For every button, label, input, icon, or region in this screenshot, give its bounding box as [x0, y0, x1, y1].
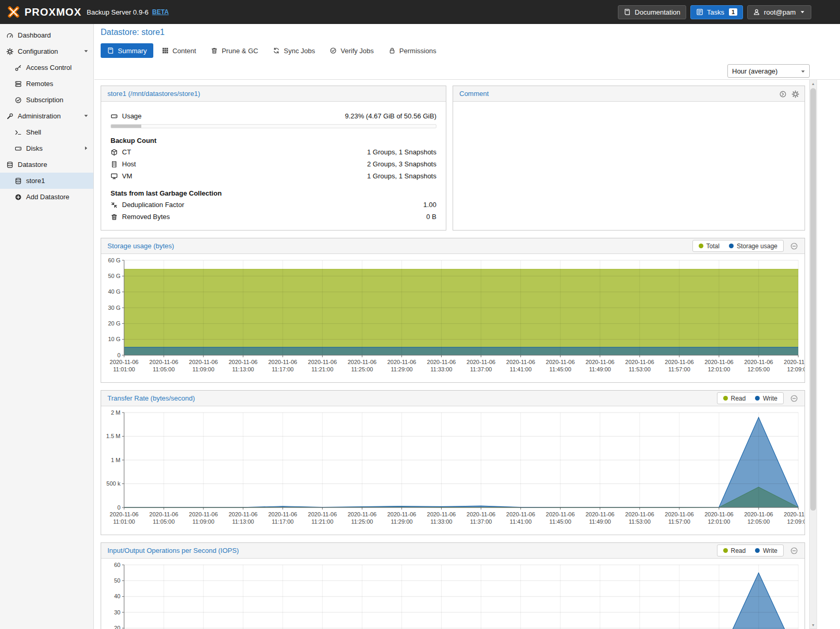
vertical-scrollbar[interactable]: ▲ ▼	[809, 79, 817, 629]
tab-content[interactable]: Content	[155, 43, 203, 58]
dedup-value: 1.00	[423, 201, 436, 209]
tab-label: Verify Jobs	[340, 47, 374, 55]
storage-usage-title: Storage usage (bytes)	[107, 242, 174, 250]
chevron-down-icon	[798, 66, 808, 77]
svg-text:11:37:00: 11:37:00	[470, 366, 492, 372]
svg-text:30 G: 30 G	[108, 305, 120, 311]
sidebar-item-disks[interactable]: Disks	[0, 140, 93, 156]
usage-label: Usage	[122, 112, 142, 120]
ct-value: 1 Groups, 1 Snapshots	[367, 148, 436, 156]
svg-text:0: 0	[117, 352, 120, 358]
svg-text:11:29:00: 11:29:00	[391, 366, 412, 372]
svg-text:11:05:00: 11:05:00	[153, 518, 175, 525]
sidebar-item-datastore[interactable]: Datastore	[0, 156, 93, 173]
svg-text:2020-11-06: 2020-11-06	[149, 511, 178, 517]
svg-text:2020-11-06: 2020-11-06	[427, 511, 456, 517]
comment-panel: Comment	[453, 86, 805, 231]
svg-text:11:49:00: 11:49:00	[589, 366, 611, 372]
legend-storage-usage[interactable]: Storage usage	[729, 243, 777, 250]
gear-icon[interactable]	[792, 90, 799, 98]
scroll-down-arrow[interactable]: ▼	[810, 621, 817, 628]
tab-label: Permissions	[399, 47, 436, 55]
svg-text:40: 40	[114, 593, 120, 599]
legend-write[interactable]: Write	[755, 395, 777, 402]
collapse-icon[interactable]	[790, 242, 798, 250]
svg-text:11:01:00: 11:01:00	[113, 366, 135, 372]
removed-bytes-row: Removed Bytes 0 B	[111, 212, 436, 222]
user-menu-button[interactable]: root@pam	[747, 5, 811, 19]
sidebar-item-administration[interactable]: Administration	[0, 108, 93, 124]
sidebar-item-label: Administration	[18, 112, 60, 120]
svg-text:2020-11-06: 2020-11-06	[109, 359, 138, 365]
database-icon	[6, 161, 14, 168]
scroll-up-arrow[interactable]: ▲	[810, 80, 817, 87]
sidebar-item-configuration[interactable]: Configuration	[0, 43, 93, 59]
svg-text:2020-11-06: 2020-11-06	[665, 511, 693, 517]
svg-text:11:41:00: 11:41:00	[510, 518, 532, 525]
tab-permissions[interactable]: Permissions	[382, 43, 443, 58]
sidebar-item-add-datastore[interactable]: Add Datastore	[0, 189, 93, 205]
main-content: Datastore: store1 Summary Content Prune …	[94, 24, 840, 629]
host-row: Host 2 Groups, 3 Snapshots	[111, 159, 436, 169]
vm-value: 1 Groups, 1 Snapshots	[367, 172, 436, 180]
svg-text:11:57:00: 11:57:00	[668, 366, 690, 372]
sidebar-item-dashboard[interactable]: Dashboard	[0, 27, 93, 43]
storage-usage-body: 010 G20 G30 G40 G50 G60 G2020-11-0611:01…	[101, 254, 805, 382]
legend-label: Read	[731, 395, 746, 402]
svg-text:30: 30	[114, 609, 120, 615]
tab-sync-jobs[interactable]: Sync Jobs	[266, 43, 321, 58]
collapse-icon[interactable]	[790, 394, 798, 403]
sidebar-item-shell[interactable]: Shell	[0, 124, 93, 140]
plus-circle-icon	[15, 193, 22, 201]
legend-read[interactable]: Read	[723, 547, 746, 554]
chevron-right-icon[interactable]	[83, 145, 89, 151]
legend-total[interactable]: Total	[699, 243, 720, 250]
scrollbar-thumb[interactable]	[810, 88, 816, 511]
svg-text:11:09:00: 11:09:00	[192, 366, 214, 372]
tab-summary[interactable]: Summary	[101, 43, 153, 58]
circle-arrow-icon[interactable]	[779, 90, 787, 98]
tab-verify-jobs[interactable]: Verify Jobs	[323, 43, 380, 58]
svg-text:2020-11-06: 2020-11-06	[784, 511, 805, 517]
svg-text:2020-11-06: 2020-11-06	[704, 359, 733, 365]
svg-text:11:17:00: 11:17:00	[272, 366, 294, 372]
documentation-button[interactable]: Documentation	[618, 5, 686, 19]
legend-read[interactable]: Read	[723, 395, 746, 402]
iops-body: 01020304050602020-11-0611:01:002020-11-0…	[101, 559, 805, 629]
legend-label: Total	[707, 243, 720, 250]
sidebar-item-store1[interactable]: store1	[0, 173, 93, 189]
tab-prune-gc[interactable]: Prune & GC	[204, 43, 264, 58]
svg-text:2020-11-06: 2020-11-06	[348, 511, 376, 517]
svg-text:2020-11-06: 2020-11-06	[228, 359, 257, 365]
svg-text:12:01:00: 12:01:00	[708, 518, 730, 525]
chevron-down-icon[interactable]	[83, 113, 89, 119]
timeframe-select[interactable]: Hour (average)	[727, 64, 810, 78]
svg-text:2020-11-06: 2020-11-06	[387, 359, 416, 365]
legend-dot	[755, 548, 760, 553]
user-icon	[753, 8, 760, 16]
sidebar-item-remotes[interactable]: Remotes	[0, 76, 93, 92]
svg-text:11:21:00: 11:21:00	[311, 366, 333, 372]
host-label: Host	[122, 160, 136, 168]
gauge-icon	[6, 32, 14, 39]
svg-text:2020-11-06: 2020-11-06	[109, 511, 138, 517]
svg-text:2020-11-06: 2020-11-06	[625, 511, 654, 517]
comment-panel-body[interactable]	[453, 102, 805, 229]
svg-text:11:33:00: 11:33:00	[430, 366, 452, 372]
sidebar-item-access-control[interactable]: Access Control	[0, 59, 93, 76]
cube-icon	[111, 149, 118, 156]
tab-label: Sync Jobs	[284, 47, 315, 55]
iops-chart: 01020304050602020-11-0611:01:002020-11-0…	[101, 560, 805, 629]
collapse-icon[interactable]	[790, 547, 798, 555]
sidebar-item-subscription[interactable]: Subscription	[0, 92, 93, 108]
book-icon	[107, 47, 114, 54]
usage-progress-fill	[111, 125, 141, 128]
beta-link[interactable]: BETA	[152, 8, 169, 16]
legend-write[interactable]: Write	[755, 547, 777, 554]
tasks-button[interactable]: Tasks 1	[690, 5, 743, 19]
transfer-rate-body: 0500 k1 M1.5 M2 M2020-11-0611:01:002020-…	[101, 406, 805, 534]
chevron-down-icon[interactable]	[83, 48, 89, 54]
book-icon	[624, 8, 631, 16]
svg-text:2020-11-06: 2020-11-06	[228, 511, 257, 517]
iops-title: Input/Output Operations per Second (IOPS…	[107, 547, 239, 554]
